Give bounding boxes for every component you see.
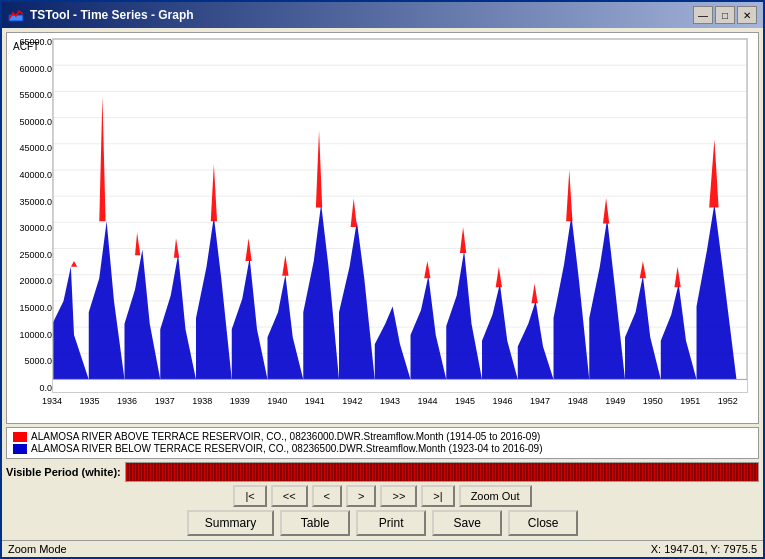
svg-marker-42: [566, 170, 572, 221]
x-tick: 1938: [192, 396, 212, 406]
table-button[interactable]: Table: [280, 510, 350, 536]
svg-marker-37: [482, 284, 518, 380]
legend-label-below: ALAMOSA RIVER BELOW TERRACE RESERVOIR, C…: [31, 443, 543, 454]
x-tick: 1946: [493, 396, 513, 406]
x-tick: 1936: [117, 396, 137, 406]
nav-row: |< << < > >> >| Zoom Out: [6, 485, 759, 507]
x-tick: 1947: [530, 396, 550, 406]
title-controls: — □ ✕: [693, 6, 757, 24]
svg-marker-46: [640, 261, 646, 278]
y-tick: 45000.0: [19, 144, 52, 153]
y-tick: 35000.0: [19, 198, 52, 207]
nav-next-button[interactable]: >: [346, 485, 376, 507]
svg-marker-28: [303, 204, 339, 379]
x-tick: 1949: [605, 396, 625, 406]
main-content: ACFT 65000.0 60000.0 55000.0 50000.0 450…: [2, 28, 763, 540]
status-mode: Zoom Mode: [8, 543, 67, 555]
maximize-button[interactable]: □: [715, 6, 735, 24]
title-bar: TSTool - Time Series - Graph — □ ✕: [2, 2, 763, 28]
x-tick: 1945: [455, 396, 475, 406]
svg-marker-45: [625, 276, 661, 380]
svg-marker-27: [282, 255, 288, 275]
nav-prev-big-button[interactable]: <<: [271, 485, 308, 507]
svg-marker-50: [709, 139, 718, 207]
status-bar: Zoom Mode X: 1947-01, Y: 7975.5: [2, 540, 763, 557]
chart-inner: [52, 38, 748, 393]
svg-marker-41: [554, 216, 590, 380]
x-tick: 1952: [718, 396, 738, 406]
y-axis: 65000.0 60000.0 55000.0 50000.0 45000.0 …: [15, 38, 52, 393]
x-tick: 1948: [568, 396, 588, 406]
svg-marker-18: [125, 250, 161, 380]
visible-period-label: Visible Period (white):: [6, 466, 121, 478]
svg-marker-20: [160, 254, 196, 379]
app-icon: [8, 7, 24, 23]
svg-marker-32: [375, 307, 411, 380]
svg-marker-49: [697, 204, 737, 379]
period-bar: [125, 462, 759, 482]
y-tick: 0.0: [39, 384, 52, 393]
svg-marker-33: [411, 276, 447, 380]
title-bar-left: TSTool - Time Series - Graph: [8, 7, 194, 23]
svg-marker-43: [589, 219, 625, 380]
nav-prev-button[interactable]: <: [312, 485, 342, 507]
x-tick: 1943: [380, 396, 400, 406]
x-tick: 1940: [267, 396, 287, 406]
x-tick: 1944: [417, 396, 437, 406]
x-tick: 1937: [155, 396, 175, 406]
legend-swatch-red: [13, 432, 27, 442]
svg-marker-47: [661, 284, 697, 380]
svg-marker-15: [71, 261, 77, 267]
action-row: Summary Table Print Save Close: [6, 510, 759, 536]
y-tick: 65000.0: [19, 38, 52, 47]
legend-item-above: ALAMOSA RIVER ABOVE TERRACE RESERVOIR, C…: [13, 431, 752, 442]
summary-button[interactable]: Summary: [187, 510, 274, 536]
y-tick: 40000.0: [19, 171, 52, 180]
nav-next-big-button[interactable]: >>: [380, 485, 417, 507]
x-tick: 1950: [643, 396, 663, 406]
y-tick: 60000.0: [19, 65, 52, 74]
y-tick: 10000.0: [19, 331, 52, 340]
x-tick: 1934: [42, 396, 62, 406]
minimize-button[interactable]: —: [693, 6, 713, 24]
svg-marker-19: [135, 233, 140, 256]
svg-marker-44: [603, 198, 609, 223]
x-tick: 1935: [80, 396, 100, 406]
svg-marker-23: [211, 164, 217, 221]
main-window: TSTool - Time Series - Graph — □ ✕ ACFT …: [0, 0, 765, 559]
svg-marker-24: [232, 258, 268, 380]
y-tick: 5000.0: [24, 357, 52, 366]
nav-first-button[interactable]: |<: [233, 485, 266, 507]
legend-area: ALAMOSA RIVER ABOVE TERRACE RESERVOIR, C…: [6, 427, 759, 459]
svg-marker-30: [339, 221, 375, 379]
x-tick: 1951: [680, 396, 700, 406]
nav-last-button[interactable]: >|: [421, 485, 454, 507]
window-title: TSTool - Time Series - Graph: [30, 8, 194, 22]
y-tick: 55000.0: [19, 91, 52, 100]
print-button[interactable]: Print: [356, 510, 426, 536]
chart-svg: [53, 39, 747, 392]
y-tick: 50000.0: [19, 118, 52, 127]
legend-item-below: ALAMOSA RIVER BELOW TERRACE RESERVOIR, C…: [13, 443, 752, 454]
y-tick: 20000.0: [19, 277, 52, 286]
svg-marker-31: [351, 198, 357, 226]
svg-marker-36: [460, 227, 466, 253]
svg-marker-16: [89, 221, 125, 379]
svg-marker-35: [446, 251, 482, 380]
svg-marker-40: [531, 284, 537, 303]
x-tick: 1939: [230, 396, 250, 406]
save-button[interactable]: Save: [432, 510, 502, 536]
status-coordinates: X: 1947-01, Y: 7975.5: [651, 543, 757, 555]
chart-area[interactable]: ACFT 65000.0 60000.0 55000.0 50000.0 450…: [6, 32, 759, 424]
y-tick: 25000.0: [19, 251, 52, 260]
close-window-button[interactable]: ✕: [737, 6, 757, 24]
zoom-out-button[interactable]: Zoom Out: [459, 485, 532, 507]
svg-marker-14: [53, 267, 89, 380]
svg-marker-22: [196, 217, 232, 380]
close-button[interactable]: Close: [508, 510, 578, 536]
svg-marker-39: [518, 301, 554, 380]
x-tick: 1941: [305, 396, 325, 406]
y-tick: 30000.0: [19, 224, 52, 233]
legend-swatch-blue: [13, 444, 27, 454]
period-bar-inner: [126, 463, 758, 481]
